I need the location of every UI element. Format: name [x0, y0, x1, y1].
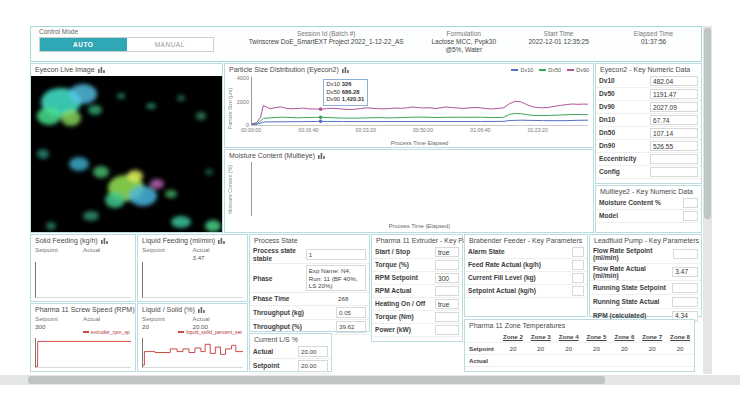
param-value[interactable] [650, 167, 698, 177]
horizontal-scrollbar-thumb[interactable] [28, 376, 605, 384]
solid-feeding-chart-plot[interactable] [35, 262, 131, 298]
auto-button[interactable]: AUTO [40, 38, 127, 51]
param-label: Dn50 [599, 129, 615, 136]
param-value[interactable]: 0.05 [336, 307, 366, 318]
zone-cell: Zone 8 [666, 331, 694, 342]
param-value[interactable]: 2027.09 [650, 102, 698, 112]
control-mode-label: Control Mode [39, 28, 228, 35]
zone-cell: Zone 3 [527, 331, 555, 342]
param-label: Dv50 [599, 90, 615, 97]
legend-label: Dv10 [520, 67, 533, 73]
param-value[interactable] [650, 154, 698, 164]
legend-label: liquid_solid_percent_set [186, 329, 242, 335]
param-row: Start / Stoptrue [372, 246, 462, 259]
param-value[interactable]: 39.62 [336, 321, 366, 332]
zone-cell: 20 [499, 343, 527, 354]
param-value[interactable]: 1 [306, 249, 366, 260]
param-value[interactable] [672, 283, 698, 293]
param-row: Current Fill Level (kg) [465, 272, 587, 285]
dv10-line-swatch [511, 69, 518, 71]
param-value[interactable]: 526.55 [650, 141, 698, 151]
param-row: RPM Actual [372, 285, 462, 298]
param-value[interactable] [435, 325, 459, 335]
psd-x-axis-label: Process Time Elapsed [251, 140, 588, 146]
param-value[interactable]: 20.00 [298, 346, 328, 357]
zone-cell [465, 331, 499, 342]
control-mode-group: Control Mode AUTO MANUAL [31, 27, 236, 61]
actual-value: 3.47 [193, 254, 244, 261]
param-value[interactable] [672, 297, 698, 307]
setpoint-label: Setpoint [142, 246, 165, 253]
moisture-x-axis-label: Process Time (Elapsed) [251, 223, 588, 229]
param-value[interactable]: 67.74 [650, 115, 698, 125]
elapsed-time-label: Elapsed Time [606, 30, 701, 37]
x-tick-label: 01:06:40 [470, 127, 490, 133]
setpoint-value: 300 [35, 323, 83, 330]
start-time-group: Start Time 2022-12-01 12:35:25 [511, 27, 606, 61]
process-state-panel: Process State Process state stable 1 Pha… [249, 234, 370, 332]
zone-temperatures-table: Zone 2Zone 3Zone 4Zone 5Zone 6Zone 7Zone… [465, 331, 694, 367]
param-value[interactable] [683, 198, 698, 208]
psd-legend: Dv10 Dv50 Dv90 [511, 67, 589, 73]
chart-canvas [36, 338, 131, 367]
psd-chart-plot[interactable]: Dv10 326 Dv50 686.28 Dv90 1,420.31 [251, 77, 588, 126]
param-value[interactable] [572, 273, 584, 283]
param-row: Dn1067.74 [596, 114, 701, 127]
param-value[interactable]: true [435, 299, 459, 309]
moisture-chart-plot[interactable] [251, 162, 587, 216]
param-value[interactable] [572, 260, 584, 270]
tooltip-value: 686.28 [342, 89, 360, 95]
param-value[interactable]: 3.47 [672, 267, 698, 277]
param-label: Process state stable [253, 247, 303, 262]
moisture-y-axis-label: Moisture Content (%) [227, 164, 233, 214]
multieye2-panel-title: Multieye2 - Key Numeric Data [600, 188, 693, 195]
param-label: Setpoint Actual (kg/h) [468, 287, 536, 294]
param-label: Start / Stop [375, 248, 410, 255]
param-value[interactable]: 300 [435, 273, 459, 283]
zone-cell: Zone 4 [555, 331, 583, 342]
param-label: Setpoint [253, 362, 279, 370]
param-label: Flow Rate Setpoint (ml/min) [593, 247, 673, 262]
x-tick-label: 00:33:20 [356, 127, 376, 133]
liquid-feeding-title: Liquid Feeding (ml/min) [142, 237, 215, 244]
liquid-solid-chart-plot[interactable] [142, 338, 243, 368]
multieye2-table: Moisture Content %Model [596, 197, 701, 223]
chart-canvas [252, 162, 587, 216]
top-header: Control Mode AUTO MANUAL Session Id (Bat… [30, 26, 702, 62]
zone-cell [666, 355, 694, 366]
manual-button[interactable]: MANUAL [127, 38, 214, 51]
param-label: Phase [253, 275, 303, 283]
param-value[interactable] [435, 312, 459, 322]
param-value[interactable]: 20.00 [298, 360, 328, 371]
param-value[interactable]: 1191.47 [650, 89, 698, 99]
liquid-feeding-chart-plot[interactable] [142, 262, 243, 298]
dv90-line-swatch [567, 69, 574, 71]
process-state-row: Throughput (kg) 0.05 [250, 306, 369, 320]
param-value[interactable] [435, 260, 459, 270]
zone-cell [638, 355, 666, 366]
param-value[interactable]: 482.04 [650, 76, 698, 86]
tooltip-value: 326 [342, 81, 352, 87]
param-value[interactable] [572, 286, 584, 296]
process-state-row: Phase Exp Name: N4, Run: 11 (BF 40%, LS … [250, 264, 369, 293]
liquid-solid-title: Liquid / Solid (%) [142, 306, 195, 313]
zone-cell: 20 [638, 343, 666, 354]
param-value[interactable] [673, 249, 698, 259]
zone-data-row: Setpoint20202020202020 [465, 343, 694, 355]
zone-temperatures-title: Pharma 11 Zone Temperatures [469, 322, 565, 329]
param-row: Running State Actual [590, 295, 701, 309]
param-value[interactable] [683, 211, 698, 221]
param-value[interactable] [435, 286, 459, 296]
vertical-scrollbar-thumb[interactable] [704, 28, 711, 219]
screw-speed-chart-plot[interactable] [35, 338, 131, 368]
zone-cell: Actual [465, 355, 499, 366]
param-value[interactable]: true [435, 247, 459, 257]
eyecon-live-image-panel: Eyecon Live Image [30, 63, 223, 233]
param-value[interactable] [572, 247, 584, 257]
zone-cell: Zone 6 [610, 331, 638, 342]
legend-item-dv10: Dv10 [511, 67, 533, 73]
param-value[interactable]: 107.14 [650, 128, 698, 138]
chart-canvas [143, 338, 243, 367]
param-value[interactable]: Exp Name: N4, Run: 11 (BF 40%, LS 20%) [306, 265, 366, 291]
param-label: Running State Setpoint [593, 284, 666, 291]
